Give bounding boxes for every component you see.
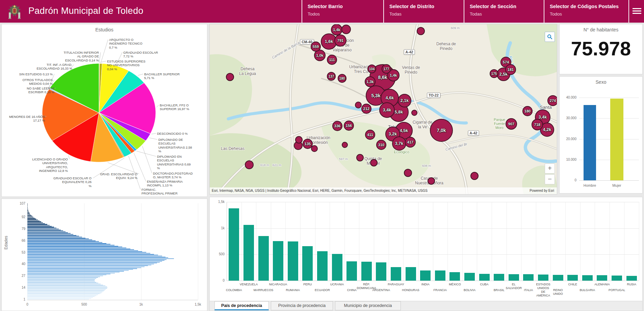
pyramid-bar-age-86[interactable]	[27, 222, 43, 223]
map-bubble[interactable]: 156	[344, 121, 354, 131]
bar-china[interactable]	[346, 261, 357, 281]
pyramid-bar-age-104[interactable]	[27, 206, 28, 207]
pyramid-bar-age-66[interactable]	[27, 240, 96, 241]
map-bubble-dot[interactable]	[355, 102, 362, 108]
pyramid-bar-age-34[interactable]	[27, 269, 133, 270]
map-bubble[interactable]: 180	[338, 74, 346, 83]
pyramid-bar-age-45[interactable]	[27, 259, 166, 260]
bar-ucrania[interactable]	[332, 254, 342, 281]
pyramid-bar-age-58[interactable]	[27, 248, 126, 248]
bar-colombia[interactable]	[229, 208, 239, 281]
map-bubble[interactable]: 137	[327, 72, 336, 81]
bar-bolivia[interactable]	[464, 273, 475, 281]
pyramid-bar-age-19[interactable]	[27, 283, 98, 283]
pyramid-bar-age-13[interactable]	[27, 288, 107, 289]
pyramid-bar-age-40[interactable]	[27, 264, 154, 264]
pyramid-bar-age-75[interactable]	[27, 232, 68, 233]
pyramid-bar-age-68[interactable]	[27, 238, 89, 239]
pyramid-bar-age-72[interactable]	[27, 235, 76, 236]
pyramid-bar-age-98[interactable]	[27, 211, 29, 212]
pyramid-bar-age-63[interactable]	[27, 243, 106, 244]
pyramid-bar-age-22[interactable]	[27, 280, 95, 281]
pyramid-bar-age-101[interactable]	[27, 209, 28, 209]
tab-provincia-de-procedencia[interactable]: Provincia de procedencia	[271, 301, 333, 310]
map-bubble[interactable]: 175	[490, 69, 498, 78]
pyramid-bar-age-53[interactable]	[27, 252, 146, 253]
tab-pais-de-procedencia[interactable]: País de procedencia	[214, 301, 269, 310]
pyramid-bar-age-56[interactable]	[27, 249, 134, 250]
pyramid-bar-age-36[interactable]	[27, 267, 141, 268]
bar-rumania[interactable]	[288, 241, 298, 281]
pyramid-bar-age-67[interactable]	[27, 239, 92, 240]
pyramid-bar-age-10[interactable]	[27, 291, 104, 291]
bar-brasil[interactable]	[494, 274, 504, 281]
pyramid-bar-age-11[interactable]	[27, 290, 105, 291]
pyramid-bar-age-48[interactable]	[27, 257, 165, 257]
bar-chile[interactable]	[567, 275, 578, 281]
map-bubble-dot[interactable]	[411, 110, 417, 116]
bar-venezuela[interactable]	[243, 225, 254, 281]
pyramid-bar-age-74[interactable]	[27, 233, 71, 234]
bar-rusia[interactable]	[626, 276, 637, 281]
map-bubble[interactable]: 1,3k	[365, 76, 376, 87]
bar-estados-unidos-de-am-rica[interactable]	[538, 275, 548, 281]
pyramid-bar-age-92[interactable]	[27, 217, 33, 217]
pyramid-bar-age-39[interactable]	[27, 265, 151, 265]
pyramid-bar-age-57[interactable]	[27, 249, 130, 249]
map-bubble[interactable]: 180	[522, 106, 533, 116]
pyramid-bar-age-105[interactable]	[27, 205, 28, 206]
map-zoom-in-button[interactable]: +	[545, 163, 555, 174]
map-bubble-dot[interactable]	[356, 154, 364, 161]
pyramid-bar-age-54[interactable]	[27, 251, 142, 252]
pyramid-bar-age-50[interactable]	[27, 255, 158, 255]
selector-codigos-postales[interactable]: Selector de Códigos Postales Todos	[544, 0, 628, 23]
pyramid-bar-age-62[interactable]	[27, 244, 110, 244]
pyramid-bar-age-95[interactable]	[27, 214, 30, 215]
pyramid-bar-age-102[interactable]	[27, 208, 28, 208]
map-bubble-dot[interactable]	[342, 142, 348, 148]
pyramid-bar-age-23[interactable]	[27, 279, 95, 280]
pyramid-bar-age-27[interactable]	[27, 276, 103, 276]
map-bubble[interactable]: 791	[334, 34, 346, 47]
bar-el-salvador[interactable]	[509, 274, 519, 281]
pyramid-bar-age-9[interactable]	[27, 292, 102, 292]
bar-honduras[interactable]	[406, 267, 416, 281]
pyramid-bar-age-84[interactable]	[27, 224, 47, 225]
pyramid-bar-age-42[interactable]	[27, 262, 160, 263]
pyramid-bar-age-52[interactable]	[27, 253, 150, 254]
selector-seccion[interactable]: Selector de Sección Todas	[464, 0, 544, 23]
map-bubble-dot[interactable]	[370, 159, 378, 166]
pyramid-bar-age-46[interactable]	[27, 258, 174, 259]
pyramid-bar-age-17[interactable]	[27, 285, 103, 285]
pyramid-bar-age-82[interactable]	[27, 226, 52, 227]
map-bubble[interactable]: 177	[382, 64, 391, 74]
pyramid-bar-age-103[interactable]	[27, 207, 28, 208]
pyramid-bar-age-47[interactable]	[27, 257, 168, 258]
pyramid-bar-age-30[interactable]	[27, 273, 115, 274]
map-bubble[interactable]: 417	[405, 137, 416, 148]
pyramid-bar-age-41[interactable]	[27, 263, 157, 263]
pyramid-bar-age-28[interactable]	[27, 275, 106, 275]
map-bubble[interactable]: 7,0k	[430, 119, 453, 142]
pyramid-bar-age-18[interactable]	[27, 284, 101, 284]
map-bubble-dot[interactable]	[295, 136, 303, 144]
pyramid-bar-age-100[interactable]	[27, 210, 28, 210]
bar-india[interactable]	[420, 270, 431, 281]
pyramid-bar-age-78[interactable]	[27, 230, 61, 230]
map-bubble[interactable]: 111	[327, 55, 337, 65]
pyramid-bar-age-6[interactable]	[27, 294, 98, 295]
pyramid-bar-age-29[interactable]	[27, 274, 110, 274]
map-bubble[interactable]: 310	[376, 140, 386, 150]
pyramid-bar-age-88[interactable]	[27, 221, 40, 221]
pyramid-bar-age-49[interactable]	[27, 256, 162, 256]
pyramid-bar-age-83[interactable]	[27, 225, 50, 226]
bar-m-xico[interactable]	[449, 272, 460, 281]
pyramid-bar-age-51[interactable]	[27, 254, 154, 255]
pyramid-bar-age-24[interactable]	[27, 278, 96, 279]
map-bubble[interactable]: 336	[332, 121, 342, 131]
pyramid-bar-age-85[interactable]	[27, 223, 45, 224]
bar-francia[interactable]	[435, 270, 445, 281]
pyramid-bar-age-3[interactable]	[27, 297, 93, 298]
map-bubble-dot[interactable]	[245, 160, 254, 169]
bar-marruecos[interactable]	[258, 236, 269, 281]
